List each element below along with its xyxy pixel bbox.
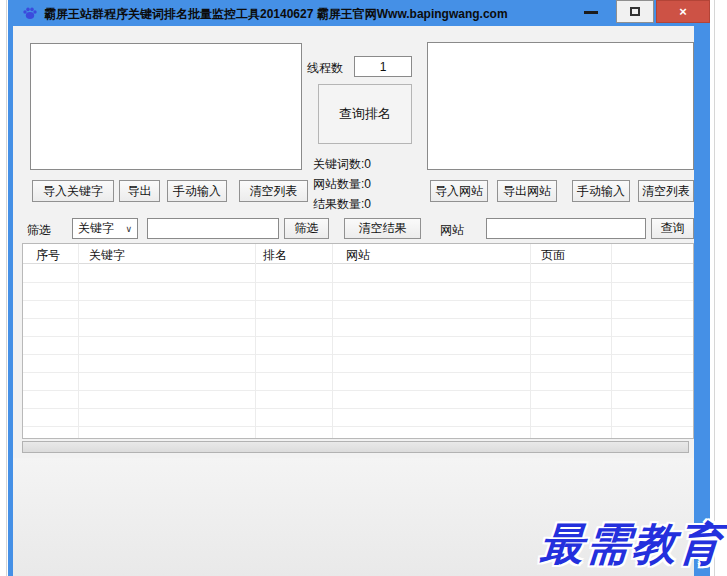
filter-type-dropdown[interactable]: 关键字 ∨ bbox=[72, 218, 138, 239]
filter-type-value: 关键字 bbox=[78, 220, 114, 237]
results-table: 序号 关键字 排名 网站 页面 bbox=[22, 243, 694, 439]
column-header-site[interactable]: 网站 bbox=[346, 247, 370, 264]
filter-label: 筛选 bbox=[27, 222, 51, 239]
column-divider bbox=[611, 244, 612, 438]
column-divider bbox=[332, 244, 333, 438]
site-count-status: 网站数量:0 bbox=[313, 176, 371, 193]
site-listbox[interactable] bbox=[427, 42, 694, 170]
column-divider bbox=[255, 244, 256, 438]
chevron-down-icon: ∨ bbox=[125, 224, 132, 234]
maximize-icon bbox=[630, 7, 640, 16]
column-header-index[interactable]: 序号 bbox=[36, 247, 60, 264]
progress-bar bbox=[22, 441, 689, 453]
clear-sites-button[interactable]: 清空列表 bbox=[638, 180, 694, 202]
background-edge-line-right bbox=[714, 0, 715, 576]
watermark-text: 最需教育 bbox=[538, 515, 726, 574]
column-header-rank[interactable]: 排名 bbox=[263, 247, 287, 264]
export-sites-button[interactable]: 导出网站 bbox=[497, 180, 557, 202]
keyword-listbox[interactable] bbox=[30, 43, 302, 170]
window-title: 霸屏王站群程序关键词排名批量监控工具20140627 霸屏王官网Www.bapi… bbox=[44, 6, 508, 23]
filter-button[interactable]: 筛选 bbox=[284, 218, 329, 239]
manual-input-sites-button[interactable]: 手动输入 bbox=[572, 180, 630, 202]
paw-app-icon bbox=[22, 5, 38, 21]
results-table-header: 序号 关键字 排名 网站 页面 bbox=[23, 244, 693, 264]
site-query-button[interactable]: 查询 bbox=[651, 218, 694, 239]
filter-keyword-input[interactable] bbox=[147, 218, 279, 239]
close-icon: × bbox=[679, 4, 687, 19]
results-table-body[interactable] bbox=[23, 265, 693, 438]
result-count-status: 结果数量:0 bbox=[313, 196, 371, 213]
export-keywords-button[interactable]: 导出 bbox=[119, 180, 160, 202]
app-window: 霸屏王站群程序关键词排名批量监控工具20140627 霸屏王官网Www.bapi… bbox=[8, 0, 710, 576]
site-filter-label: 网站 bbox=[440, 222, 464, 239]
column-divider bbox=[78, 244, 79, 438]
column-divider bbox=[530, 244, 531, 438]
close-button[interactable]: × bbox=[656, 0, 710, 23]
thread-count-input[interactable] bbox=[354, 56, 412, 77]
client-area: 导入关键字 导出 手动输入 清空列表 线程数 查询排名 关键词数:0 网站数量:… bbox=[13, 26, 694, 576]
query-ranking-button[interactable]: 查询排名 bbox=[318, 84, 412, 144]
import-keywords-button[interactable]: 导入关键字 bbox=[32, 180, 114, 202]
clear-keywords-button[interactable]: 清空列表 bbox=[239, 180, 308, 202]
background-edge-line-left bbox=[6, 0, 7, 576]
minimize-button[interactable] bbox=[584, 11, 598, 14]
import-sites-button[interactable]: 导入网站 bbox=[430, 180, 488, 202]
thread-count-label: 线程数 bbox=[307, 60, 343, 77]
site-filter-input[interactable] bbox=[486, 218, 646, 239]
keyword-count-status: 关键词数:0 bbox=[313, 156, 371, 173]
column-header-page[interactable]: 页面 bbox=[541, 247, 565, 264]
column-header-keyword[interactable]: 关键字 bbox=[89, 247, 125, 264]
manual-input-keywords-button[interactable]: 手动输入 bbox=[167, 180, 227, 202]
maximize-button[interactable] bbox=[616, 0, 654, 23]
clear-results-button[interactable]: 清空结果 bbox=[344, 218, 421, 239]
title-bar[interactable]: 霸屏王站群程序关键词排名批量监控工具20140627 霸屏王官网Www.bapi… bbox=[8, 0, 710, 26]
